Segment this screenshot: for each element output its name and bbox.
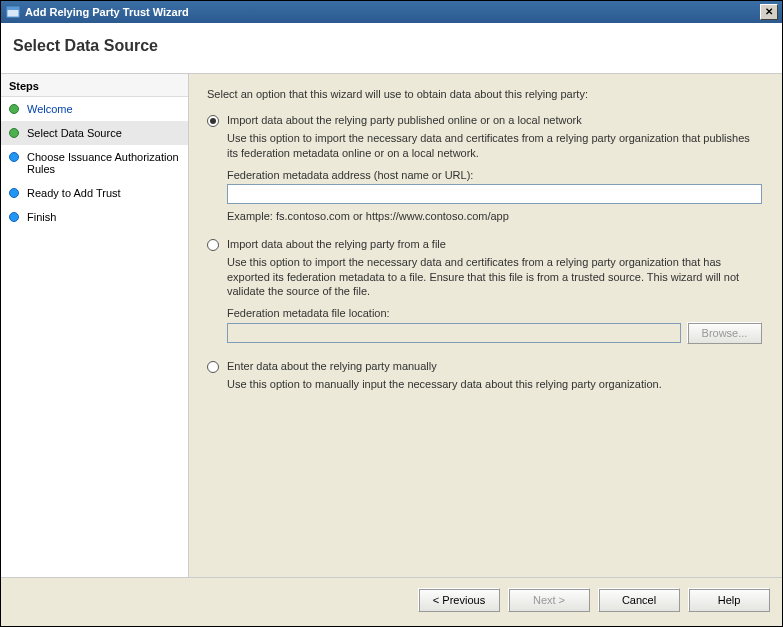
step-label: Choose Issuance Authorization Rules [27, 151, 180, 175]
content-pane: Select an option that this wizard will u… [189, 74, 782, 577]
metadata-url-input[interactable] [227, 184, 762, 204]
bullet-icon [9, 152, 19, 162]
wizard-window: Add Relying Party Trust Wizard ✕ Select … [0, 0, 783, 627]
step-label: Finish [27, 211, 56, 223]
metadata-url-label: Federation metadata address (host name o… [227, 169, 762, 181]
option-description: Use this option to manually input the ne… [227, 377, 762, 392]
metadata-file-label: Federation metadata file location: [227, 307, 762, 319]
radio-manual[interactable] [207, 361, 219, 373]
sidebar-heading: Steps [1, 74, 188, 97]
option-title: Import data about the relying party publ… [227, 114, 582, 126]
radio-import-online[interactable] [207, 115, 219, 127]
metadata-file-input [227, 323, 681, 343]
step-label: Select Data Source [27, 127, 122, 139]
step-label: Welcome [27, 103, 73, 115]
option-manual: Enter data about the relying party manua… [207, 360, 762, 400]
app-icon [5, 4, 21, 20]
option-import-file: Import data about the relying party from… [207, 238, 762, 345]
intro-text: Select an option that this wizard will u… [207, 88, 762, 100]
option-import-online: Import data about the relying party publ… [207, 114, 762, 222]
option-title: Import data about the relying party from… [227, 238, 446, 250]
svg-rect-1 [7, 7, 19, 10]
close-button[interactable]: ✕ [760, 4, 778, 20]
metadata-url-example: Example: fs.contoso.com or https://www.c… [227, 210, 762, 222]
browse-button: Browse... [687, 322, 762, 344]
next-button: Next > [508, 588, 590, 612]
step-finish[interactable]: Finish [1, 205, 188, 229]
step-welcome[interactable]: Welcome [1, 97, 188, 121]
step-label: Ready to Add Trust [27, 187, 121, 199]
option-description: Use this option to import the necessary … [227, 131, 762, 161]
step-choose-issuance-rules[interactable]: Choose Issuance Authorization Rules [1, 145, 188, 181]
radio-import-file[interactable] [207, 239, 219, 251]
cancel-button[interactable]: Cancel [598, 588, 680, 612]
option-description: Use this option to import the necessary … [227, 255, 762, 300]
wizard-header: Select Data Source [1, 23, 782, 74]
steps-sidebar: Steps Welcome Select Data Source Choose … [1, 74, 189, 577]
page-title: Select Data Source [13, 37, 770, 55]
wizard-footer: < Previous Next > Cancel Help [1, 577, 782, 626]
previous-button[interactable]: < Previous [418, 588, 500, 612]
step-ready-to-add-trust[interactable]: Ready to Add Trust [1, 181, 188, 205]
option-title: Enter data about the relying party manua… [227, 360, 437, 372]
bullet-icon [9, 188, 19, 198]
help-button[interactable]: Help [688, 588, 770, 612]
bullet-icon [9, 212, 19, 222]
titlebar: Add Relying Party Trust Wizard ✕ [1, 1, 782, 23]
step-select-data-source[interactable]: Select Data Source [1, 121, 188, 145]
window-title: Add Relying Party Trust Wizard [25, 6, 189, 18]
bullet-icon [9, 104, 19, 114]
bullet-icon [9, 128, 19, 138]
